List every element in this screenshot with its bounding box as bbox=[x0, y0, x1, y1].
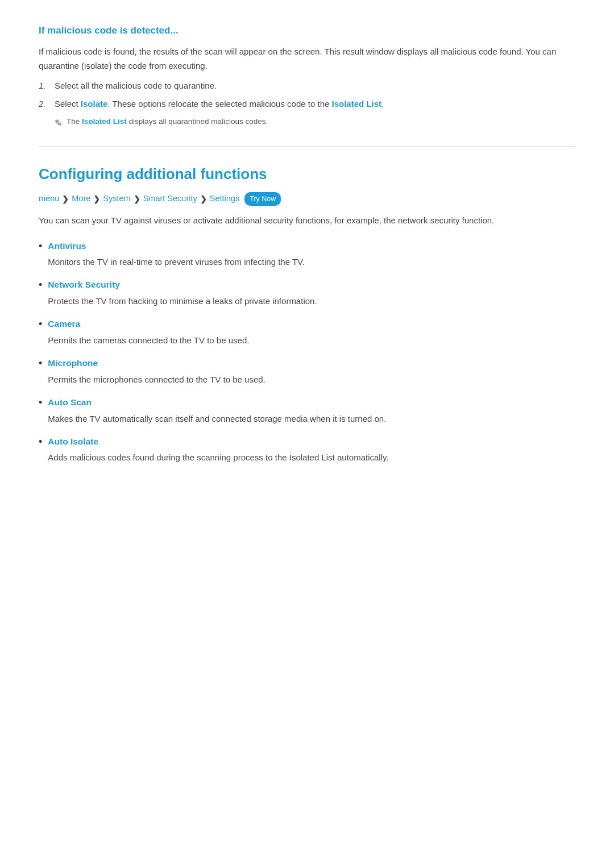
breadcrumb-sep-3: ❯ bbox=[134, 193, 140, 205]
breadcrumb-sep-2: ❯ bbox=[93, 193, 100, 205]
breadcrumb-sep-1: ❯ bbox=[62, 193, 69, 205]
step-2-content: Select Isolate. These options relocate t… bbox=[55, 97, 384, 111]
breadcrumb-more[interactable]: More bbox=[72, 192, 90, 205]
feature-content-5: Auto IsolateAdds malicious codes found d… bbox=[48, 435, 388, 465]
step-2-middle: . These options relocate the selected ma… bbox=[107, 99, 331, 109]
step-2-after: . bbox=[381, 99, 384, 109]
bullet-4: • bbox=[39, 396, 42, 409]
note-block: ✎ The Isolated List displays all quarant… bbox=[55, 115, 575, 131]
breadcrumb-sep-4: ❯ bbox=[200, 193, 207, 205]
feature-item-1: •Network SecurityProtects the TV from ha… bbox=[39, 278, 575, 308]
section-configuring: Configuring additional functions menu ❯ … bbox=[39, 163, 575, 464]
feature-content-4: Auto ScanMakes the TV automatically scan… bbox=[48, 396, 386, 426]
step-1-number: 1. bbox=[39, 79, 55, 93]
note-before: The bbox=[67, 117, 82, 126]
step-1: 1. Select all the malicious code to quar… bbox=[39, 79, 575, 93]
feature-content-3: MicrophonePermits the microphones connec… bbox=[48, 356, 265, 387]
feature-desc-0: Monitors the TV in real-time to prevent … bbox=[48, 255, 305, 269]
section-divider bbox=[39, 146, 575, 147]
note-after: displays all quarantined malicious codes… bbox=[127, 117, 268, 126]
step-2-number: 2. bbox=[39, 97, 55, 111]
note-icon: ✎ bbox=[55, 116, 62, 131]
feature-name-3[interactable]: Microphone bbox=[48, 356, 265, 371]
feature-item-content-5: •Auto IsolateAdds malicious codes found … bbox=[39, 435, 575, 465]
feature-item-content-0: •AntivirusMonitors the TV in real-time t… bbox=[39, 239, 575, 269]
isolated-list-link-2[interactable]: Isolated List bbox=[82, 117, 127, 126]
feature-item-content-3: •MicrophonePermits the microphones conne… bbox=[39, 356, 575, 387]
feature-item-content-1: •Network SecurityProtects the TV from ha… bbox=[39, 278, 575, 308]
feature-desc-1: Protects the TV from hacking to minimise… bbox=[48, 294, 317, 308]
breadcrumb-smart-security[interactable]: Smart Security bbox=[143, 192, 197, 205]
feature-item-2: •CameraPermits the cameras connected to … bbox=[39, 317, 575, 347]
feature-list: •AntivirusMonitors the TV in real-time t… bbox=[39, 239, 575, 465]
feature-item-content-4: •Auto ScanMakes the TV automatically sca… bbox=[39, 396, 575, 426]
bullet-0: • bbox=[39, 240, 42, 253]
feature-desc-5: Adds malicious codes found during the sc… bbox=[48, 451, 388, 464]
feature-content-1: Network SecurityProtects the TV from hac… bbox=[48, 278, 317, 308]
feature-name-4[interactable]: Auto Scan bbox=[48, 396, 386, 410]
breadcrumb-system[interactable]: System bbox=[103, 192, 130, 205]
step-1-text: Select all the malicious code to quarant… bbox=[55, 79, 217, 93]
feature-item-3: •MicrophonePermits the microphones conne… bbox=[39, 356, 575, 387]
bullet-1: • bbox=[39, 279, 42, 292]
section-malicious-code: If malicious code is detected... If mali… bbox=[39, 23, 575, 130]
feature-item-0: •AntivirusMonitors the TV in real-time t… bbox=[39, 239, 575, 269]
feature-name-0[interactable]: Antivirus bbox=[48, 239, 305, 254]
feature-item-5: •Auto IsolateAdds malicious codes found … bbox=[39, 435, 575, 465]
feature-item-content-2: •CameraPermits the cameras connected to … bbox=[39, 317, 575, 347]
isolate-link[interactable]: Isolate bbox=[81, 99, 108, 109]
feature-item-4: •Auto ScanMakes the TV automatically sca… bbox=[39, 396, 575, 426]
try-now-badge[interactable]: Try Now bbox=[244, 192, 281, 206]
feature-name-1[interactable]: Network Security bbox=[48, 278, 317, 292]
isolated-list-link-1[interactable]: Isolated List bbox=[332, 99, 382, 109]
breadcrumb-settings[interactable]: Settings bbox=[210, 192, 239, 205]
section1-body: If malicious code is found, the results … bbox=[39, 45, 575, 73]
config-intro: You can scan your TV against viruses or … bbox=[39, 214, 575, 228]
feature-content-2: CameraPermits the cameras connected to t… bbox=[48, 317, 249, 347]
bullet-2: • bbox=[39, 318, 42, 331]
bullet-3: • bbox=[39, 357, 42, 370]
step-2: 2. Select Isolate. These options relocat… bbox=[39, 97, 575, 111]
steps-list: 1. Select all the malicious code to quar… bbox=[39, 79, 575, 111]
config-title: Configuring additional functions bbox=[39, 163, 575, 186]
feature-name-5[interactable]: Auto Isolate bbox=[48, 435, 388, 449]
feature-desc-4: Makes the TV automatically scan itself a… bbox=[48, 412, 386, 426]
feature-name-2[interactable]: Camera bbox=[48, 317, 249, 331]
step-2-before: Select bbox=[55, 99, 81, 109]
breadcrumb-menu[interactable]: menu bbox=[39, 192, 59, 205]
breadcrumb: menu ❯ More ❯ System ❯ Smart Security ❯ … bbox=[39, 192, 575, 206]
section1-title: If malicious code is detected... bbox=[39, 23, 575, 38]
feature-desc-3: Permits the microphones connected to the… bbox=[48, 373, 265, 387]
bullet-5: • bbox=[39, 435, 42, 448]
feature-content-0: AntivirusMonitors the TV in real-time to… bbox=[48, 239, 305, 269]
note-text: The Isolated List displays all quarantin… bbox=[67, 115, 268, 128]
feature-desc-2: Permits the cameras connected to the TV … bbox=[48, 334, 249, 347]
